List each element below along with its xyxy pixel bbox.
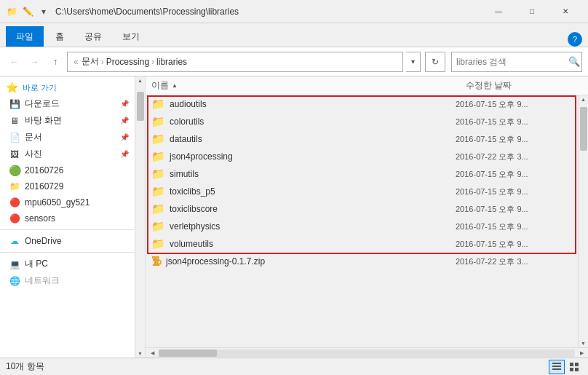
tab-view[interactable]: 보기 — [112, 26, 150, 47]
file-item-datautils[interactable]: 📁 datautils 2016-07-15 오후 9... — [146, 130, 578, 148]
sidebar: ⭐ 바로 가기 💾 다운로드 📌 🖥 바탕 화면 📌 📄 문서 📌 🖼 사 — [0, 76, 135, 358]
view-btn-large-icons[interactable] — [566, 360, 582, 374]
folder-icon-datautils: 📁 — [151, 133, 165, 146]
window-icon: 📁 — [6, 6, 17, 17]
title-bar: 📁 ✏️ ▾ C:\Users\home\Documents\Processin… — [0, 0, 588, 23]
path-segment-documents[interactable]: 문서 — [82, 55, 99, 68]
quick-access-icon[interactable]: ✏️ — [22, 6, 33, 17]
documents-icon: 📄 — [9, 132, 20, 143]
file-item-colorutils-name: 📁 colorutils — [151, 115, 456, 128]
folder-icon-simutils: 📁 — [151, 167, 165, 181]
quick-access-icon: ⭐ — [6, 82, 18, 93]
file-scroll-down[interactable]: ▼ — [579, 339, 587, 347]
file-item-toxiclibscore-name: 📁 toxiclibscore — [151, 202, 456, 216]
search-icon[interactable]: 🔍 — [568, 56, 580, 67]
search-box: 🔍 — [451, 52, 582, 72]
ribbon: 파일 홈 공유 보기 ? — [0, 23, 588, 47]
column-date-label: 수정한 날짜 — [466, 80, 512, 90]
file-item-audioutils[interactable]: 📁 audioutils 2016-07-15 오후 9... — [146, 95, 578, 113]
file-item-volumeutils-date: 2016-07-15 오후 9... — [456, 239, 572, 250]
file-item-simutils[interactable]: 📁 simutils 2016-07-15 오후 9... — [146, 165, 578, 183]
sidebar-scroll-down[interactable]: ▼ — [136, 350, 144, 358]
up-button[interactable]: ↑ — [47, 53, 64, 71]
file-area: 이름 ▲ 수정한 날짜 📁 audioutils — [146, 76, 588, 358]
file-item-verletphysics-date: 2016-07-15 오후 9... — [456, 221, 572, 232]
dropdown-icon[interactable]: ▾ — [38, 6, 49, 17]
sidebar-quick-access-label: 바로 가기 — [23, 82, 57, 93]
path-segment-processing[interactable]: Processing — [106, 57, 149, 67]
path-segment-libraries[interactable]: libraries — [156, 57, 187, 67]
refresh-button[interactable]: ↻ — [425, 52, 445, 72]
sidebar-item-downloads[interactable]: 💾 다운로드 📌 — [0, 95, 135, 112]
svg-rect-0 — [552, 363, 561, 364]
sidebar-item-20160726[interactable]: 🟢 20160726 — [0, 162, 135, 178]
pin-icon-documents: 📌 — [120, 133, 129, 141]
sidebar-item-20160726-label: 20160726 — [25, 165, 63, 175]
pin-icon-desktop: 📌 — [120, 117, 129, 125]
onedrive-icon: ☁ — [9, 235, 20, 247]
file-item-colorutils[interactable]: 📁 colorutils 2016-07-15 오후 9... — [146, 113, 578, 130]
column-name[interactable]: 이름 ▲ — [151, 79, 466, 92]
tab-home[interactable]: 홈 — [45, 26, 74, 47]
sidebar-item-documents-label: 문서 — [25, 131, 42, 143]
file-item-toxiclibscore[interactable]: 📁 toxiclibscore 2016-07-15 오후 9... — [146, 200, 578, 218]
file-item-toxiclibscore-date: 2016-07-15 오후 9... — [456, 204, 572, 215]
sidebar-item-mypc-label: 내 PC — [25, 258, 48, 270]
minimize-button[interactable]: — — [482, 0, 515, 23]
file-item-simutils-date: 2016-07-15 오후 9... — [456, 169, 572, 180]
file-scroll-thumb[interactable] — [580, 107, 587, 151]
title-bar-title: C:\Users\home\Documents\Processing\libra… — [55, 7, 482, 17]
address-path[interactable]: « 문서 › Processing › libraries — [67, 52, 403, 72]
close-button[interactable]: ✕ — [549, 0, 582, 23]
file-list-scrollbar[interactable]: ▲ ▼ — [578, 95, 588, 347]
help-button[interactable]: ? — [568, 32, 582, 47]
bottom-scroll-thumb[interactable] — [159, 350, 217, 357]
file-item-zip[interactable]: 🗜 json4processing-0.1.7.zip 2016-07-22 오… — [146, 253, 578, 270]
sidebar-scroll-up[interactable]: ▲ — [136, 76, 144, 84]
pin-icon-downloads: 📌 — [120, 100, 129, 108]
forward-button[interactable]: → — [26, 53, 44, 71]
sidebar-item-desktop-label: 바탕 화면 — [25, 114, 62, 127]
desktop-icon: 🖥 — [9, 115, 20, 127]
sidebar-quick-access[interactable]: ⭐ 바로 가기 — [0, 79, 135, 95]
tab-share[interactable]: 공유 — [74, 26, 112, 47]
file-item-json4processing[interactable]: 📁 json4processing 2016-07-22 오후 3... — [146, 148, 578, 165]
sidebar-item-network-label: 네트워크 — [25, 275, 60, 287]
folder-icon-audioutils: 📁 — [151, 98, 165, 111]
file-item-volumeutils[interactable]: 📁 volumeutils 2016-07-15 오후 9... — [146, 235, 578, 253]
pictures-icon: 🖼 — [9, 149, 20, 160]
bottom-scroll-track — [159, 350, 575, 357]
sort-indicator: ▲ — [172, 82, 178, 89]
svg-rect-1 — [552, 366, 561, 367]
svg-rect-5 — [570, 368, 573, 371]
sidebar-item-documents[interactable]: 📄 문서 📌 — [0, 129, 135, 146]
sidebar-item-mpu[interactable]: 🔴 mpu6050_gy521 — [0, 194, 135, 210]
file-list: 📁 audioutils 2016-07-15 오후 9... 📁 coloru… — [146, 95, 578, 347]
sidebar-item-sensors[interactable]: 🔴 sensors — [0, 210, 135, 226]
file-item-colorutils-date: 2016-07-15 오후 9... — [456, 117, 572, 127]
sidebar-item-mypc[interactable]: 💻 내 PC — [0, 256, 135, 272]
sidebar-item-20160729[interactable]: 📁 20160729 — [0, 178, 135, 194]
search-input[interactable] — [456, 57, 565, 67]
svg-rect-4 — [575, 363, 579, 366]
maximize-button[interactable]: □ — [515, 0, 549, 23]
sidebar-scrollbar[interactable]: ▲ ▼ — [135, 76, 145, 358]
tab-file[interactable]: 파일 — [6, 26, 44, 47]
column-date[interactable]: 수정한 날짜 — [466, 79, 582, 92]
sidebar-item-network[interactable]: 🌐 네트워크 — [0, 272, 135, 289]
address-bar: ← → ↑ « 문서 › Processing › libraries ▾ ↻ … — [0, 47, 588, 76]
file-item-toxiclibsp5[interactable]: 📁 toxiclibs_p5 2016-07-15 오후 9... — [146, 183, 578, 200]
file-item-zip-date: 2016-07-22 오후 3... — [456, 256, 572, 267]
address-dropdown-button[interactable]: ▾ — [406, 52, 421, 72]
sidebar-item-onedrive[interactable]: ☁ OneDrive — [0, 233, 135, 249]
sidebar-scroll-thumb[interactable] — [137, 92, 144, 121]
bottom-scroll-left[interactable]: ◀ — [147, 348, 157, 358]
title-bar-icons: 📁 ✏️ ▾ — [6, 6, 49, 17]
file-item-verletphysics[interactable]: 📁 verletphysics 2016-07-15 오후 9... — [146, 218, 578, 235]
file-scroll-up[interactable]: ▲ — [579, 95, 587, 103]
sidebar-item-pictures[interactable]: 🖼 사진 📌 — [0, 146, 135, 162]
view-btn-details[interactable] — [549, 360, 565, 374]
sidebar-item-desktop[interactable]: 🖥 바탕 화면 📌 — [0, 112, 135, 129]
bottom-scroll-right[interactable]: ▶ — [576, 348, 587, 358]
back-button[interactable]: ← — [6, 53, 23, 71]
